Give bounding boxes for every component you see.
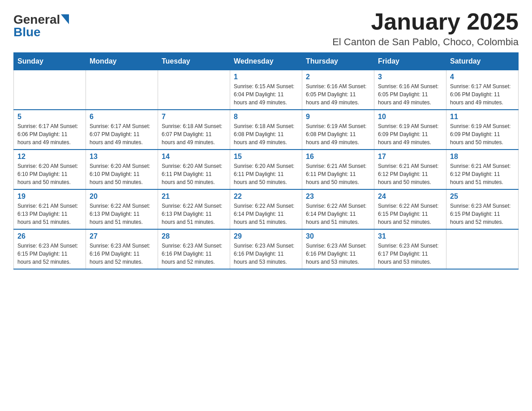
day-number: 31 — [378, 232, 442, 240]
day-info: Sunrise: 6:23 AM Sunset: 6:16 PM Dayligh… — [306, 242, 370, 266]
day-number: 5 — [17, 113, 82, 121]
table-row: 5Sunrise: 6:17 AM Sunset: 6:06 PM Daylig… — [14, 110, 86, 150]
table-row: 1Sunrise: 6:15 AM Sunset: 6:04 PM Daylig… — [230, 70, 302, 110]
svg-marker-0 — [61, 14, 69, 24]
logo: General Blue — [13, 13, 69, 39]
day-number: 15 — [234, 153, 298, 161]
day-info: Sunrise: 6:17 AM Sunset: 6:07 PM Dayligh… — [90, 122, 154, 146]
table-row: 25Sunrise: 6:23 AM Sunset: 6:15 PM Dayli… — [446, 189, 519, 229]
title-area: January 2025 El Canton de San Pablo, Cho… — [332, 9, 519, 48]
table-row: 22Sunrise: 6:22 AM Sunset: 6:14 PM Dayli… — [230, 189, 302, 229]
day-info: Sunrise: 6:22 AM Sunset: 6:13 PM Dayligh… — [162, 202, 226, 226]
table-row: 12Sunrise: 6:20 AM Sunset: 6:10 PM Dayli… — [14, 150, 86, 189]
day-number: 2 — [306, 73, 370, 81]
day-info: Sunrise: 6:21 AM Sunset: 6:12 PM Dayligh… — [378, 162, 442, 186]
day-info: Sunrise: 6:18 AM Sunset: 6:08 PM Dayligh… — [234, 122, 298, 146]
day-info: Sunrise: 6:15 AM Sunset: 6:04 PM Dayligh… — [234, 82, 298, 107]
day-info: Sunrise: 6:16 AM Sunset: 6:05 PM Dayligh… — [306, 82, 370, 107]
logo-general-text: General — [13, 13, 60, 26]
logo-arrow-icon — [61, 14, 69, 24]
day-number: 3 — [378, 73, 442, 81]
col-friday: Friday — [374, 53, 446, 70]
table-row: 21Sunrise: 6:22 AM Sunset: 6:13 PM Dayli… — [158, 189, 230, 229]
day-info: Sunrise: 6:17 AM Sunset: 6:06 PM Dayligh… — [17, 122, 82, 146]
table-row: 14Sunrise: 6:20 AM Sunset: 6:11 PM Dayli… — [158, 150, 230, 189]
table-row: 13Sunrise: 6:20 AM Sunset: 6:10 PM Dayli… — [86, 150, 158, 189]
day-number: 27 — [90, 232, 154, 240]
table-row: 24Sunrise: 6:22 AM Sunset: 6:15 PM Dayli… — [374, 189, 446, 229]
day-info: Sunrise: 6:20 AM Sunset: 6:11 PM Dayligh… — [234, 162, 298, 186]
day-number: 13 — [90, 153, 154, 161]
day-info: Sunrise: 6:19 AM Sunset: 6:08 PM Dayligh… — [306, 122, 370, 146]
day-info: Sunrise: 6:20 AM Sunset: 6:10 PM Dayligh… — [90, 162, 154, 186]
day-number: 17 — [378, 153, 442, 161]
day-number: 20 — [90, 193, 154, 201]
calendar-week-row: 5Sunrise: 6:17 AM Sunset: 6:06 PM Daylig… — [14, 110, 519, 150]
day-info: Sunrise: 6:18 AM Sunset: 6:07 PM Dayligh… — [162, 122, 226, 146]
day-number: 12 — [17, 153, 82, 161]
day-number: 1 — [234, 73, 298, 81]
day-number: 28 — [162, 232, 226, 240]
calendar-table: Sunday Monday Tuesday Wednesday Thursday… — [13, 52, 519, 270]
calendar-week-row: 19Sunrise: 6:21 AM Sunset: 6:13 PM Dayli… — [14, 189, 519, 229]
day-number: 9 — [306, 113, 370, 121]
logo-blue-text: Blue — [13, 25, 41, 39]
table-row: 28Sunrise: 6:23 AM Sunset: 6:16 PM Dayli… — [158, 229, 230, 269]
table-row: 16Sunrise: 6:21 AM Sunset: 6:11 PM Dayli… — [302, 150, 374, 189]
page-subtitle: El Canton de San Pablo, Choco, Colombia — [332, 36, 519, 48]
day-number: 21 — [162, 193, 226, 201]
table-row: 29Sunrise: 6:23 AM Sunset: 6:16 PM Dayli… — [230, 229, 302, 269]
table-row: 17Sunrise: 6:21 AM Sunset: 6:12 PM Dayli… — [374, 150, 446, 189]
table-row: 4Sunrise: 6:17 AM Sunset: 6:06 PM Daylig… — [446, 70, 519, 110]
day-info: Sunrise: 6:23 AM Sunset: 6:16 PM Dayligh… — [90, 242, 154, 266]
day-info: Sunrise: 6:16 AM Sunset: 6:05 PM Dayligh… — [378, 82, 442, 107]
day-info: Sunrise: 6:23 AM Sunset: 6:16 PM Dayligh… — [162, 242, 226, 266]
page-header: General Blue January 2025 El Canton de S… — [13, 9, 519, 48]
table-row: 7Sunrise: 6:18 AM Sunset: 6:07 PM Daylig… — [158, 110, 230, 150]
day-number: 11 — [450, 113, 515, 121]
table-row: 26Sunrise: 6:23 AM Sunset: 6:15 PM Dayli… — [14, 229, 86, 269]
table-row: 18Sunrise: 6:21 AM Sunset: 6:12 PM Dayli… — [446, 150, 519, 189]
day-number: 29 — [234, 232, 298, 240]
day-number: 22 — [234, 193, 298, 201]
day-info: Sunrise: 6:23 AM Sunset: 6:15 PM Dayligh… — [17, 242, 82, 266]
table-row: 20Sunrise: 6:22 AM Sunset: 6:13 PM Dayli… — [86, 189, 158, 229]
col-tuesday: Tuesday — [158, 53, 230, 70]
calendar-header-row: Sunday Monday Tuesday Wednesday Thursday… — [14, 53, 519, 70]
day-number: 10 — [378, 113, 442, 121]
day-number: 4 — [450, 73, 515, 81]
col-thursday: Thursday — [302, 53, 374, 70]
calendar-week-row: 1Sunrise: 6:15 AM Sunset: 6:04 PM Daylig… — [14, 70, 519, 110]
table-row: 3Sunrise: 6:16 AM Sunset: 6:05 PM Daylig… — [374, 70, 446, 110]
day-number: 30 — [306, 232, 370, 240]
table-row — [446, 229, 519, 269]
calendar-week-row: 12Sunrise: 6:20 AM Sunset: 6:10 PM Dayli… — [14, 150, 519, 189]
day-number: 23 — [306, 193, 370, 201]
table-row: 9Sunrise: 6:19 AM Sunset: 6:08 PM Daylig… — [302, 110, 374, 150]
day-number: 19 — [17, 193, 82, 201]
day-number: 6 — [90, 113, 154, 121]
page-title: January 2025 — [332, 9, 519, 34]
day-info: Sunrise: 6:19 AM Sunset: 6:09 PM Dayligh… — [450, 122, 515, 146]
table-row: 15Sunrise: 6:20 AM Sunset: 6:11 PM Dayli… — [230, 150, 302, 189]
table-row: 27Sunrise: 6:23 AM Sunset: 6:16 PM Dayli… — [86, 229, 158, 269]
day-info: Sunrise: 6:21 AM Sunset: 6:11 PM Dayligh… — [306, 162, 370, 186]
table-row: 30Sunrise: 6:23 AM Sunset: 6:16 PM Dayli… — [302, 229, 374, 269]
table-row: 6Sunrise: 6:17 AM Sunset: 6:07 PM Daylig… — [86, 110, 158, 150]
day-info: Sunrise: 6:17 AM Sunset: 6:06 PM Dayligh… — [450, 82, 515, 107]
col-saturday: Saturday — [446, 53, 519, 70]
day-info: Sunrise: 6:23 AM Sunset: 6:17 PM Dayligh… — [378, 242, 442, 266]
day-number: 24 — [378, 193, 442, 201]
day-number: 8 — [234, 113, 298, 121]
table-row — [14, 70, 86, 110]
day-number: 18 — [450, 153, 515, 161]
table-row: 2Sunrise: 6:16 AM Sunset: 6:05 PM Daylig… — [302, 70, 374, 110]
day-number: 16 — [306, 153, 370, 161]
day-number: 26 — [17, 232, 82, 240]
col-sunday: Sunday — [14, 53, 86, 70]
day-info: Sunrise: 6:22 AM Sunset: 6:15 PM Dayligh… — [378, 202, 442, 226]
day-info: Sunrise: 6:22 AM Sunset: 6:14 PM Dayligh… — [306, 202, 370, 226]
table-row — [158, 70, 230, 110]
day-info: Sunrise: 6:20 AM Sunset: 6:10 PM Dayligh… — [17, 162, 82, 186]
day-number: 7 — [162, 113, 226, 121]
